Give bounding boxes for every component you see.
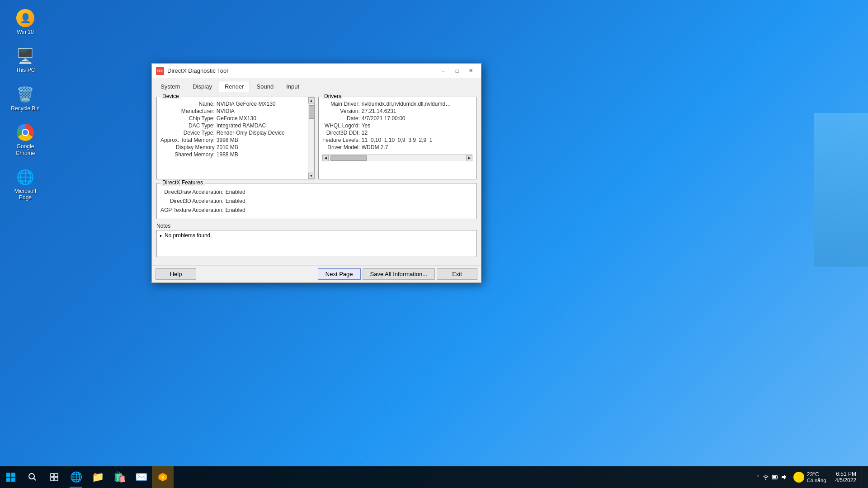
driver-date-label: Date: (322, 115, 360, 122)
device-type-label: Device Type: (160, 130, 215, 136)
driver-featlevels-value: 11_0,10_1,10_0,9_3,9_2,9_1 (362, 137, 472, 143)
show-hidden-icons-button[interactable]: ⌃ (756, 474, 760, 480)
d3d-accel-value: Enabled (226, 198, 472, 204)
device-scrollbar[interactable]: ▲ ▼ (308, 97, 314, 179)
chrome-icon (16, 123, 34, 141)
svg-line-5 (34, 479, 36, 481)
agp-accel-value: Enabled (226, 207, 472, 213)
features-section: DirectX Features DirectDraw Acceleration… (156, 183, 476, 219)
driver-version-value: 27.21.14.6231 (362, 108, 472, 114)
taskbar-mail-icon[interactable]: ✉️ (130, 466, 152, 488)
drivers-hscrollbar[interactable]: ◀ ▶ (322, 154, 472, 161)
desktop-icon-recycle[interactable]: 🗑️ Recycle Bin (7, 84, 43, 113)
features-grid: DirectDraw Acceleration: Enabled Direct3… (160, 187, 472, 215)
scroll-up-arrow[interactable]: ▲ (308, 97, 315, 103)
svg-marker-16 (782, 475, 785, 479)
device-section: Device Name: NVIDIA GeForce MX130 Manufa… (156, 97, 315, 179)
scroll-down-arrow[interactable]: ▼ (308, 173, 315, 179)
driver-whql-label: WHQL Logo'd: (322, 122, 360, 129)
help-button[interactable]: Help (156, 268, 196, 280)
driver-model-value: WDDM 2.7 (362, 144, 472, 150)
device-drivers-row: Device Name: NVIDIA GeForce MX130 Manufa… (156, 97, 476, 179)
system-tray-icons (762, 474, 788, 480)
desktop-icon-win10[interactable]: 👤 Win 10 (7, 7, 43, 37)
date-display: 4/5/2022 (835, 477, 856, 483)
driver-main-label: Main Driver: (322, 101, 360, 107)
desktop-icon-thispc[interactable]: 🖥️ This PC (7, 45, 43, 75)
driver-ddi-value: 12 (362, 130, 472, 136)
svg-rect-6 (51, 474, 54, 477)
recycle-icon: 🗑️ (16, 85, 34, 103)
device-sharedmem-value: 1988 MB (217, 151, 311, 158)
taskbar-store-icon[interactable]: 🛍️ (108, 466, 130, 488)
svg-point-12 (765, 479, 766, 480)
svg-rect-2 (6, 478, 10, 482)
driver-main-value: nvldumdx.dll,nvldumdx.dll,nvldumdx.d (362, 101, 452, 107)
next-page-button[interactable]: Next Page (318, 268, 361, 280)
notes-text: No problems found. (165, 232, 212, 239)
taskbar-right: ⌃ 23 (752, 466, 868, 488)
search-button[interactable] (22, 466, 43, 488)
task-view-icon (50, 473, 58, 481)
tab-system[interactable]: System (155, 81, 186, 92)
weather-info: 23°C Có nắng (807, 471, 826, 483)
save-all-button[interactable]: Save All Information... (363, 268, 435, 280)
thispc-icon: 🖥️ (16, 47, 34, 65)
features-section-title: DirectX Features (160, 179, 205, 186)
notes-item: • No problems found. (160, 232, 473, 240)
device-dispmem-value: 2010 MB (217, 144, 311, 150)
win10-icon: 👤 (16, 9, 34, 27)
device-dac-value: Integrated RAMDAC (217, 122, 311, 129)
window-tabs: System Display Render Sound Input (152, 78, 481, 92)
window-title: DirectX Diagnostic Tool (167, 67, 437, 74)
show-desktop-button[interactable] (862, 468, 864, 486)
exit-button[interactable]: Exit (437, 268, 477, 280)
tab-render[interactable]: Render (219, 81, 250, 92)
wifi-icon (763, 474, 769, 480)
svg-point-4 (29, 474, 34, 479)
hscroll-thumb[interactable] (330, 155, 367, 161)
minimize-button[interactable]: − (437, 66, 450, 76)
task-view-button[interactable] (43, 466, 65, 488)
hscroll-right-arrow[interactable]: ▶ (466, 155, 472, 161)
battery-icon (772, 474, 778, 480)
weather-condition: Có nắng (807, 478, 826, 483)
close-button[interactable]: ✕ (464, 66, 477, 76)
window-controls: − □ ✕ (437, 66, 477, 76)
device-section-title: Device (160, 93, 181, 99)
notes-title: Notes (156, 223, 476, 229)
svg-rect-7 (55, 474, 58, 477)
svg-rect-14 (773, 476, 776, 479)
driver-model-label: Driver Model: (322, 144, 360, 150)
desktop-icons: 👤 Win 10 🖥️ This PC 🗑️ Recycle Bin Googl… (0, 0, 51, 215)
maximize-button[interactable]: □ (450, 66, 464, 76)
right-buttons: Next Page Save All Information... Exit (318, 268, 477, 280)
device-chip-value: GeForce MX130 (217, 115, 311, 122)
taskbar-appx-icon[interactable]: X (152, 466, 174, 488)
search-icon (28, 473, 37, 481)
hscroll-track (329, 155, 466, 161)
driver-version-label: Version: (322, 108, 360, 114)
start-button[interactable] (0, 466, 22, 488)
dx-titlebar-icon: DX (156, 66, 165, 75)
desktop: 👤 Win 10 🖥️ This PC 🗑️ Recycle Bin Googl… (0, 0, 868, 488)
desktop-icon-edge[interactable]: 🌐 Microsoft Edge (7, 166, 43, 203)
temperature: 23°C (807, 471, 826, 478)
driver-whql-value: Yes (362, 122, 472, 129)
weather-widget[interactable]: 23°C Có nắng (790, 471, 830, 483)
taskbar-edge-icon[interactable]: 🌐 (65, 466, 87, 488)
scroll-track (308, 103, 314, 173)
device-chip-label: Chip Type: (160, 115, 215, 122)
tab-input[interactable]: Input (280, 81, 305, 92)
sun-icon (793, 472, 804, 483)
scroll-thumb[interactable] (309, 105, 314, 119)
taskbar-explorer-icon[interactable]: 📁 (87, 466, 108, 488)
chrome-label: Google Chrome (9, 143, 42, 156)
tab-display[interactable]: Display (187, 81, 218, 92)
desktop-icon-chrome[interactable]: Google Chrome (7, 122, 43, 158)
tab-sound[interactable]: Sound (251, 81, 280, 92)
window-content: Device Name: NVIDIA GeForce MX130 Manufa… (152, 92, 481, 265)
clock[interactable]: 6:51 PM 4/5/2022 (831, 471, 860, 483)
taskbar: 🌐 📁 🛍️ ✉️ X ⌃ (0, 466, 868, 488)
hscroll-left-arrow[interactable]: ◀ (322, 155, 329, 161)
